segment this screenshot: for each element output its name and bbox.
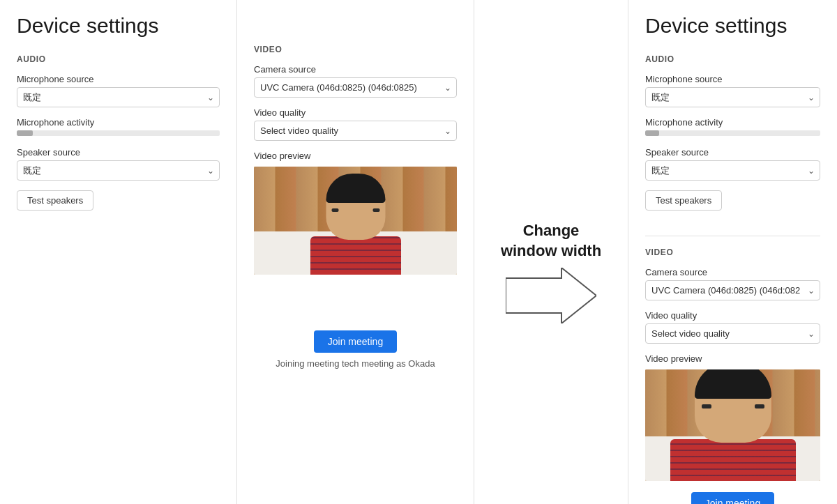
right-mic-source-wrapper: 既定 ⌄ — [645, 87, 820, 107]
middle-video-scene — [254, 167, 457, 275]
right-video-quality-wrapper: Select video quality ⌄ — [645, 323, 820, 344]
left-panel: Device settings AUDIO Microphone source … — [0, 0, 237, 504]
middle-join-meeting-button[interactable]: Join meeting — [314, 330, 397, 353]
middle-video-quality-label: Video quality — [254, 107, 457, 118]
left-mic-activity-bar — [17, 130, 220, 136]
right-speaker-source-select[interactable]: 既定 — [645, 160, 820, 181]
left-mic-activity-label: Microphone activity — [17, 117, 220, 128]
right-audio-section-label: AUDIO — [645, 54, 820, 64]
svg-marker-0 — [506, 268, 596, 323]
right-speaker-source-wrapper: 既定 ⌄ — [645, 160, 820, 181]
left-mic-source-wrapper: 既定 ⌄ — [17, 87, 220, 107]
right-video-scene — [645, 369, 820, 481]
left-mic-activity-fill — [17, 130, 33, 136]
right-panel: Device settings AUDIO Microphone source … — [628, 0, 837, 504]
middle-video-quality-select[interactable]: Select video quality — [254, 121, 457, 141]
left-page-title: Device settings — [17, 14, 220, 38]
right-video-preview — [645, 369, 820, 481]
middle-join-note: Joining meeting tech meeting as Okada — [254, 358, 457, 369]
middle-video-preview — [254, 167, 457, 275]
arrow-area: Change window width — [474, 0, 628, 504]
right-mic-activity-label: Microphone activity — [645, 117, 820, 128]
right-mic-activity-bar — [645, 130, 820, 136]
right-mic-source-select[interactable]: 既定 — [645, 87, 820, 107]
right-mic-activity-fill — [645, 130, 659, 136]
left-speaker-source-select[interactable]: 既定 — [17, 160, 220, 181]
arrow-text: Change window width — [501, 221, 601, 261]
middle-video-preview-label: Video preview — [254, 151, 457, 161]
arrow-icon — [506, 268, 596, 323]
right-page-title: Device settings — [645, 14, 820, 38]
left-mic-source-select[interactable]: 既定 — [17, 87, 220, 107]
right-video-quality-label: Video quality — [645, 310, 820, 321]
right-mic-source-label: Microphone source — [645, 74, 820, 84]
left-mic-source-label: Microphone source — [17, 74, 220, 84]
middle-video-section-label: VIDEO — [254, 45, 457, 54]
left-test-speakers-button[interactable]: Test speakers — [17, 190, 93, 211]
middle-camera-source-label: Camera source — [254, 64, 457, 75]
left-audio-section-label: AUDIO — [17, 54, 220, 64]
right-video-quality-select[interactable]: Select video quality — [645, 323, 820, 344]
right-test-speakers-button[interactable]: Test speakers — [645, 190, 722, 211]
left-speaker-source-wrapper: 既定 ⌄ — [17, 160, 220, 181]
middle-camera-source-select[interactable]: UVC Camera (046d:0825) (046d:0825) — [254, 77, 457, 98]
middle-camera-source-wrapper: UVC Camera (046d:0825) (046d:0825) ⌄ — [254, 77, 457, 98]
middle-video-quality-wrapper: Select video quality ⌄ — [254, 121, 457, 141]
right-speaker-source-label: Speaker source — [645, 147, 820, 158]
left-speaker-source-label: Speaker source — [17, 147, 220, 158]
right-section-divider — [645, 236, 820, 236]
right-video-preview-label: Video preview — [645, 353, 820, 364]
right-camera-source-label: Camera source — [645, 267, 820, 277]
right-camera-source-wrapper: UVC Camera (046d:0825) (046d:0825) ⌄ — [645, 280, 820, 300]
right-camera-source-select[interactable]: UVC Camera (046d:0825) (046d:0825) — [645, 280, 820, 300]
right-video-section-label: VIDEO — [645, 247, 820, 257]
middle-panel: VIDEO Camera source UVC Camera (046d:082… — [237, 0, 474, 504]
right-join-meeting-button[interactable]: Join meeting — [691, 492, 774, 504]
